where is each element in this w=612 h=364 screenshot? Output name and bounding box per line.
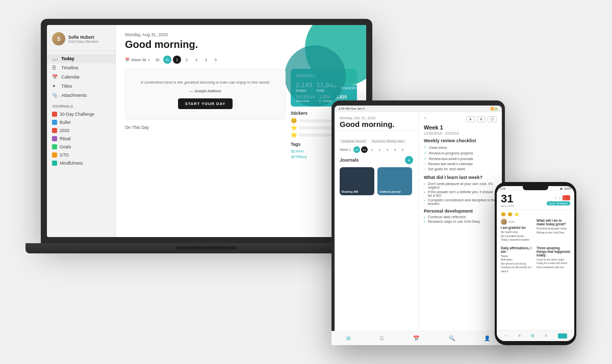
stats-grids: 11,893 Grids (317, 81, 337, 92)
phone-three-1: Going for a walk with Kevin (537, 262, 570, 266)
tablet-personal-item-0: Continue daily reflection (424, 215, 497, 219)
tablet-what-item-1: If the answer isn't a definite yes, it s… (424, 190, 497, 197)
phone-flag-button[interactable]: 🚩 (563, 195, 570, 200)
phone-screen: 1:08 ▶ 100% 31 Dec 2018 < > 🚩 (497, 186, 574, 341)
phone-aff-2: Not afraid to be wrong (501, 262, 534, 266)
calendar-small-icon: 📅 (125, 58, 130, 62)
phone-gratitude-section: I am grateful for My health body My incr… (501, 226, 534, 242)
sidebar-item-timeline[interactable]: ☰ Timeline (47, 63, 115, 72)
tablet-nav-search-icon[interactable]: 🔍 (449, 335, 455, 340)
phone-nav-grid-icon[interactable]: ⊞ (531, 333, 534, 338)
phone-tag-0: Study, Meditation (547, 201, 570, 205)
stats-grids-num: 11,893 (317, 81, 337, 89)
tablet-week-day-5[interactable]: 4 (392, 146, 398, 153)
tablet-screen: 1:04 AM Sun Jan 6 📶🔋 Monday, Dec 31, 201… (335, 106, 502, 340)
journal-goals[interactable]: Goals (47, 143, 115, 151)
stats-startdate-label: Start Date (296, 99, 315, 102)
week-day-0[interactable]: 30 (154, 56, 162, 64)
tablet-journal-card-label-0: Reading 365 (342, 190, 358, 193)
sidebar-item-titles[interactable]: ✦ Titles (47, 82, 115, 91)
tablet-next-button[interactable]: ∨ (477, 116, 486, 122)
phone-stickers: 😊 😊 ⭐ (501, 212, 570, 217)
sidebar-item-attachments[interactable]: 📎 Attachments (47, 91, 115, 100)
tablet-week-day-4[interactable]: 3 (384, 146, 391, 153)
phone-gratitude-1: My incredible friends (501, 235, 534, 239)
journal-mindfulness[interactable]: Mindfulness (47, 159, 115, 167)
phone-three-2: Have breakfast with Eva (537, 266, 570, 270)
tablet-share-button[interactable]: ⬡ (488, 116, 497, 122)
phone: 1:08 ▶ 100% 31 Dec 2018 < > 🚩 (495, 182, 576, 345)
tablet-week-day-6[interactable]: 5 (399, 146, 406, 153)
tablet-personal-section: Personal development Continue daily refl… (424, 209, 497, 223)
tablet-journal-tag-0: Gratitude Journal (340, 139, 367, 143)
tablet-week-day-2[interactable]: 1 (369, 146, 375, 153)
titles-icon: ✦ (52, 84, 58, 89)
tablet-check-4: ○ Set goals for next week (424, 167, 497, 171)
tablet-journals-section: Journals + Reading 365 (340, 156, 413, 195)
week-bar: 📅 Week 36 > 30 31 1 2 3 4 5 (125, 56, 357, 64)
stats-characters: 798,196 Characters (341, 81, 358, 92)
scene: S Sofie Hubert Grid Diary Member 📖 Today… (26, 9, 586, 355)
week-day-6[interactable]: 5 (212, 56, 220, 64)
sticker-emoji-1: ⭐ (291, 125, 297, 131)
sidebar-item-today[interactable]: 📖 Today (47, 54, 115, 63)
journal-ritual[interactable]: Ritual (47, 135, 115, 143)
laptop-frame: S Sofie Hubert Grid Diary Member 📖 Today… (41, 19, 372, 243)
journal-dot (52, 161, 57, 166)
phone-tags: Study, Meditation (547, 201, 570, 205)
tablet-nav-calendar-icon[interactable]: 📅 (413, 335, 419, 340)
phone-nav-teal-button[interactable] (558, 333, 567, 339)
phone-nav-menu-icon[interactable]: ≡ (545, 333, 548, 338)
journal-gtd[interactable]: GTD (47, 151, 115, 159)
week-day-2[interactable]: 1 (173, 56, 181, 64)
tablet-nav-person-icon[interactable]: 👤 (484, 335, 490, 340)
tablet-nav-row: ↖ ∧ ∨ ⬡ (424, 116, 497, 122)
week-day-5[interactable]: 4 (202, 56, 210, 64)
phone-aff-0: Happy (501, 254, 534, 258)
phone-sticker-1: 😊 (507, 212, 513, 217)
tablet-prev-button[interactable]: ∧ (466, 116, 475, 122)
tablet-journal-card-1[interactable]: midterm journal (377, 167, 412, 195)
tablet-week-day-0[interactable]: 30 (353, 146, 360, 153)
tablet-frame: 1:04 AM Sun Jan 6 📶🔋 Monday, Dec 31, 201… (332, 100, 505, 345)
journal-2020[interactable]: 2020 (47, 126, 115, 135)
week-day-3[interactable]: 2 (183, 56, 191, 64)
phone-mini-avatar (501, 219, 507, 225)
week-day-1[interactable]: 31 (163, 56, 171, 64)
phone-header-right: < > 🚩 Study, Meditation (547, 195, 570, 205)
tablet-journal-tag-1: Business, Writing, Idea (370, 139, 405, 143)
week-day-4[interactable]: 3 (192, 56, 200, 64)
sidebar-item-calendar[interactable]: 📅 Calendar (47, 72, 115, 82)
journal-dot (52, 128, 57, 133)
phone-user-row: Sofie (501, 219, 534, 225)
stats-cstreak-num: 1,825 (319, 94, 332, 99)
main-left: A contented mind is the greatest blessin… (125, 69, 286, 160)
tablet-personal-title: Personal development (424, 209, 497, 214)
quote-text: A contented mind is the greatest blessin… (132, 80, 279, 86)
journal-30day[interactable]: 30-Day Challenge (47, 110, 115, 118)
tablet-status-time: 1:04 AM Sun Jan 6 (339, 107, 365, 111)
stats-chars-label: Characters (341, 86, 358, 90)
phone-nav-back-icon[interactable]: ← (504, 333, 508, 338)
start-day-button[interactable]: START YOUR DAY (178, 98, 233, 109)
main-content-area: A contented mind is the greatest blessin… (116, 69, 366, 160)
user-subtitle: Grid Diary Member (68, 40, 110, 43)
phone-col-three-things: Three amazing things that happened today… (537, 246, 570, 274)
tablet-add-journal-button[interactable]: + (405, 156, 413, 164)
main-greeting: Good morning. (125, 39, 357, 50)
tablet-nav-list-icon[interactable]: ☰ (379, 335, 384, 340)
journal-bullet[interactable]: Bullet (47, 118, 115, 126)
phone-bottom-nav: ← ≡ ⊞ ≡ (497, 330, 574, 341)
sticker-emoji-0: 😊 (291, 118, 297, 123)
timeline-icon: ☰ (52, 65, 58, 70)
tablet-week-day-3[interactable]: 2 (376, 146, 383, 153)
tablet-nav-buttons: ∧ ∨ ⬡ (466, 116, 497, 122)
tablet-journal-card-0[interactable]: Reading 365 (340, 167, 374, 195)
tablet-nav-grid-icon[interactable]: ⊞ (346, 335, 350, 340)
phone-nav-list-icon[interactable]: ≡ (518, 333, 521, 338)
journal-dot (52, 112, 57, 117)
tablet-week-day-1[interactable]: 31 (361, 146, 368, 153)
stats-startdate-num: 2013/2/14 (296, 94, 315, 99)
phone-prev-button[interactable]: < (555, 195, 557, 200)
phone-next-button[interactable]: > (558, 195, 561, 200)
